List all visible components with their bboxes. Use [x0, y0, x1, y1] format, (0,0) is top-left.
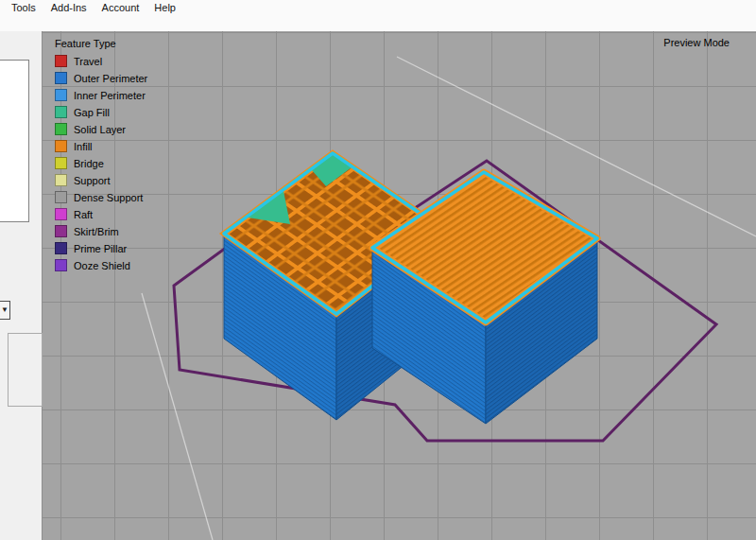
legend-item-label: Outer Perimeter — [74, 73, 147, 84]
legend-item-label: Ooze Shield — [74, 260, 130, 271]
legend-item: Bridge — [55, 157, 147, 169]
legend-item-label: Inner Perimeter — [74, 90, 146, 101]
legend-item: Ooze Shield — [55, 259, 147, 271]
menu-item-tools[interactable]: Tools — [4, 1, 43, 14]
legend-item-label: Gap Fill — [74, 107, 110, 118]
legend-item: Travel — [55, 55, 147, 67]
legend-item: Raft — [55, 208, 147, 220]
process-list-box[interactable] — [0, 60, 29, 222]
legend-item-label: Dense Support — [74, 192, 143, 203]
legend-item-label: Prime Pillar — [74, 243, 127, 254]
legend-item: Gap Fill — [55, 106, 147, 118]
legend-item-label: Bridge — [74, 158, 104, 169]
legend-color-swatch — [55, 106, 67, 118]
legend-item: Solid Layer — [55, 123, 147, 135]
legend-item: Dense Support — [55, 191, 147, 203]
group-box-fragment — [8, 333, 43, 407]
scene-3d — [43, 31, 756, 540]
legend-color-swatch — [55, 191, 67, 203]
legend-item: Support — [55, 174, 147, 186]
menu-item-add-ins[interactable]: Add-Ins — [43, 1, 94, 14]
legend-item-label: Raft — [74, 209, 93, 220]
legend-item: Outer Perimeter — [55, 72, 147, 84]
legend-color-swatch — [55, 89, 67, 101]
legend-item: Infill — [55, 140, 147, 152]
legend-color-swatch — [55, 55, 67, 67]
legend-color-swatch — [55, 140, 67, 152]
left-settings-panel: ▼ — [0, 31, 43, 540]
legend-color-swatch — [55, 208, 67, 220]
legend-title: Feature Type — [55, 38, 147, 49]
legend-item-label: Skirt/Brim — [74, 226, 119, 237]
legend-color-swatch — [55, 157, 67, 169]
legend-item: Inner Perimeter — [55, 89, 147, 101]
legend-item-label: Support — [74, 175, 111, 186]
toolbar-strip — [0, 15, 756, 31]
legend-item: Prime Pillar — [55, 242, 147, 254]
preview-viewport[interactable]: Feature Type TravelOuter PerimeterInner … — [43, 31, 756, 540]
legend-color-swatch — [55, 259, 67, 271]
legend-item-label: Infill — [74, 141, 93, 152]
legend-color-swatch — [55, 174, 67, 186]
legend-items: TravelOuter PerimeterInner PerimeterGap … — [55, 55, 147, 271]
menu-bar: Tools Add-Ins Account Help — [0, 0, 756, 15]
legend-color-swatch — [55, 225, 67, 237]
feature-type-legend: Feature Type TravelOuter PerimeterInner … — [55, 38, 147, 276]
dropdown-fragment[interactable]: ▼ — [0, 301, 10, 320]
legend-item-label: Solid Layer — [74, 124, 126, 135]
legend-color-swatch — [55, 242, 67, 254]
preview-mode-label: Preview Mode — [663, 37, 730, 48]
legend-color-swatch — [55, 123, 67, 135]
legend-item: Skirt/Brim — [55, 225, 147, 237]
legend-item-label: Travel — [74, 56, 102, 67]
legend-color-swatch — [55, 72, 67, 84]
chevron-down-icon: ▼ — [1, 306, 9, 314]
menu-item-account[interactable]: Account — [94, 1, 147, 14]
menu-item-help[interactable]: Help — [146, 1, 183, 14]
